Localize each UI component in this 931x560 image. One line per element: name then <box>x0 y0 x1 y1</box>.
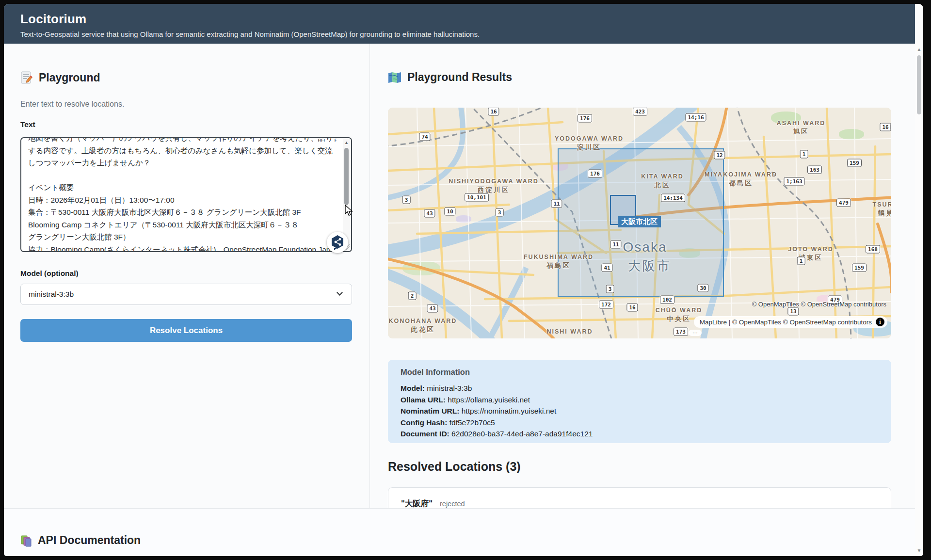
road-shield: 159 <box>852 264 867 272</box>
memo-icon <box>20 71 33 84</box>
model-field-label: Model (optional) <box>20 269 79 278</box>
ward-label: NISHI WARD <box>547 328 593 335</box>
model-info-row: Model: ministral-3:3b <box>401 383 879 394</box>
world-map-icon <box>388 72 401 83</box>
column-divider <box>369 44 370 508</box>
location-status-badge: rejected <box>440 500 465 508</box>
road-shield: 74 <box>419 133 430 141</box>
mouse-cursor <box>344 205 355 216</box>
text-line: イベント概要 <box>28 181 337 194</box>
road-shield: 16 <box>488 108 499 116</box>
app-title: Locitorium <box>20 12 86 27</box>
road-shield: 11 <box>551 200 562 208</box>
ward-label: ASAHI WARD旭区 <box>777 120 826 136</box>
model-select[interactable]: ministral-3:3b <box>20 284 352 305</box>
attribution-collapse-button[interactable]: ⋯ <box>689 330 702 336</box>
road-shield: 173 <box>674 328 688 336</box>
ward-label: KITA WARD北区 <box>641 173 683 190</box>
app-header: Locitorium Text-to-Geospatial service th… <box>4 4 915 44</box>
extension-share-button[interactable] <box>327 232 348 253</box>
share-hexagon-icon <box>330 234 345 251</box>
resolved-locations-title: Resolved Locations (3) <box>388 460 521 474</box>
model-info-row: Nominatim URL: https://nominatim.yuiseki… <box>401 405 879 417</box>
model-select-value: ministral-3:3b <box>29 290 74 298</box>
road-shield: 172 <box>599 301 613 309</box>
api-docs-section: API Documentation <box>4 508 915 556</box>
road-shield: 43 <box>424 209 435 218</box>
road-shield: 3 <box>496 208 504 217</box>
map-attribution-text: © OpenMapTiles © OpenStreetMap contribut… <box>752 301 886 308</box>
text-line: 日時：2026年02月01日（日）13:00〜17:00 <box>28 194 337 207</box>
road-shield: 423 <box>633 108 647 116</box>
ward-label: JOTO WARD城東区 <box>788 246 833 262</box>
text-line <box>28 169 337 182</box>
road-shield: 13 <box>787 307 799 316</box>
api-docs-heading: API Documentation <box>20 534 141 547</box>
road-shield: 10,101 <box>465 193 489 202</box>
scroll-up-icon[interactable]: ▲ <box>343 140 350 145</box>
text-line: 地図を書く方（マッパー）のノウハウを共有し、マップ作りのアイデアを考えたり、語り… <box>28 137 337 144</box>
app-window: Locitorium Text-to-Geospatial service th… <box>4 4 923 556</box>
model-info-title: Model Information <box>401 368 879 377</box>
attribution-links[interactable]: MapLibre | © OpenMapTiles © OpenStreetMa… <box>700 319 872 326</box>
road-shield: 14;134 <box>661 194 685 202</box>
road-shield: 102 <box>660 296 674 304</box>
scrollbar-up-icon[interactable]: ▲ <box>915 47 923 52</box>
road-shield: 1 <box>800 150 808 159</box>
resolved-location-card: "大阪府" rejected <box>388 487 891 508</box>
road-shield: 10 <box>444 208 455 216</box>
map-attribution-bar[interactable]: MapLibre | © OpenMapTiles © OpenStreetMa… <box>694 316 887 328</box>
playground-heading: Playground <box>20 71 100 84</box>
ward-label: NISHIYODOGAWA WARD西淀川区 <box>449 178 539 194</box>
road-shield: 163 <box>807 166 822 174</box>
text-line: 集合：〒530-0011 大阪府大阪市北区大深町６－３８ グラングリーン大阪北館… <box>28 206 337 219</box>
ward-label: FUKUSHIMA WARD福島区 <box>524 254 594 270</box>
ward-label: KONOHANA WARD此花区 <box>389 318 457 334</box>
model-info-panel: Model Information Model: ministral-3:3b … <box>388 360 891 443</box>
road-shield: 1;163 <box>784 177 804 186</box>
road-shield: 16 <box>880 123 891 131</box>
model-info-row: Ollama URL: https://ollama.yuiseki.net <box>401 394 879 406</box>
road-shield: 41 <box>601 264 612 272</box>
text-field-label: Text <box>20 120 35 129</box>
playground-title: Playground <box>39 71 100 84</box>
road-shield: 3 <box>402 196 411 204</box>
road-shield: 168 <box>866 245 880 254</box>
info-icon[interactable]: i <box>876 318 884 326</box>
road-shield: 1 <box>797 257 805 265</box>
location-query: "大阪府" <box>401 498 433 509</box>
text-line: グラングリーン大阪北館 3F） <box>28 231 337 243</box>
books-icon <box>20 534 32 547</box>
ward-label: TSURUMI鶴見区 <box>873 201 891 218</box>
scrollbar-down-icon[interactable]: ▼ <box>915 548 923 553</box>
road-shield: 176 <box>578 114 592 123</box>
city-label-jp: 大阪市 <box>628 257 672 274</box>
road-shield: 14;16 <box>685 113 706 122</box>
page-scrollbar-thumb[interactable] <box>917 55 921 114</box>
chevron-down-icon <box>337 289 343 296</box>
ward-label: MIYAKOJIMA WARD都島区 <box>705 171 777 188</box>
api-docs-title: API Documentation <box>38 534 141 547</box>
road-shield: 16 <box>626 304 638 312</box>
text-line: しつつマッパー力を上げませんか？ <box>28 157 337 169</box>
playground-description: Enter text to resolve locations. <box>20 100 124 109</box>
road-shield: 3 <box>606 285 614 293</box>
map-canvas[interactable]: 大阪市北区 YODOGAWA WARD淀川区 NISHIYODOGAWA WAR… <box>388 108 891 338</box>
bbox-label: 大阪市北区 <box>618 216 661 227</box>
ward-label: YODOGAWA WARD淀川区 <box>555 135 624 152</box>
text-input[interactable]: 地図を書く方（マッパー）のノウハウを共有し、マップ作りのアイデアを考えたり、語り… <box>20 137 352 252</box>
results-heading: Playground Results <box>388 71 512 84</box>
page-scrollbar[interactable]: ▲ ▼ <box>915 4 923 556</box>
text-input-content: 地図を書く方（マッパー）のノウハウを共有し、マップ作りのアイデアを考えたり、語り… <box>28 137 337 252</box>
road-shield: 43 <box>427 304 438 313</box>
road-shield: 12 <box>714 151 725 160</box>
road-shield: 479 <box>836 199 851 207</box>
model-info-row: Document ID: 62d028e0-ba37-44ed-a8e7-ada… <box>401 428 879 440</box>
results-title: Playground Results <box>407 71 512 84</box>
resolve-locations-button[interactable]: Resolve Locations <box>20 319 352 342</box>
road-shield: 159 <box>847 159 862 167</box>
road-shield: 176 <box>588 170 602 178</box>
road-shield: 2 <box>408 292 417 300</box>
textarea-scrollbar-thumb[interactable] <box>344 148 349 205</box>
city-label-en: Osaka <box>623 240 667 255</box>
